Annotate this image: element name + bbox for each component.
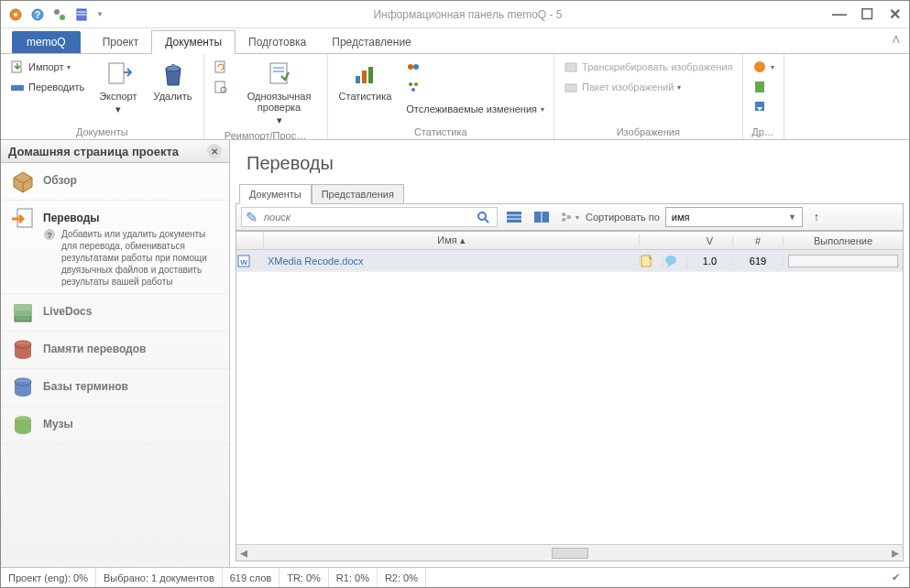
delete-label: Удалить [154, 91, 192, 102]
reimport-btn1[interactable] [210, 58, 232, 76]
monolingual-button[interactable]: Одноязычная проверка ▾ [237, 58, 322, 128]
search-box[interactable]: ✎ [241, 207, 498, 227]
ribbon-group-stats: Статистика Отслеживаемые изменения ▾ Ста… [328, 54, 555, 139]
horizontal-scrollbar[interactable]: ◂ ▸ [236, 544, 903, 561]
transcribe-label: Транскрибировать изображения [582, 61, 732, 72]
sidebar-header: Домашняя страница проекта ✕ [1, 140, 229, 163]
settings-icon[interactable] [52, 7, 67, 22]
nav-label-tm: Памяти переводов [43, 337, 146, 355]
svg-rect-31 [755, 82, 764, 93]
sidebar-title: Домашняя страница проекта [8, 145, 179, 158]
col-hash[interactable]: # [733, 235, 784, 246]
tab-documents[interactable]: Документы [151, 30, 236, 54]
export-button[interactable]: Экспорт ▾ [93, 58, 142, 117]
sort-value: имя [672, 212, 690, 223]
group-label-images: Изображения [560, 125, 736, 139]
status-r1: R1: 0% [329, 568, 378, 587]
subtab-documents[interactable]: Документы [239, 184, 312, 204]
sidebar-item-muses[interactable]: Музы [1, 407, 229, 444]
sidebar: Домашняя страница проекта ✕ Обзор Перево… [1, 140, 230, 567]
other-btn1[interactable]: ▾ [749, 58, 778, 76]
nav-desc-translations: Добавить или удалить документы для перев… [61, 228, 220, 288]
status-selected: Выбрано: 1 документов [96, 568, 223, 587]
other-btn3[interactable] [749, 98, 778, 116]
svg-point-25 [409, 82, 412, 86]
maximize-button[interactable]: ☐ [860, 7, 874, 22]
svg-point-24 [413, 64, 419, 70]
nav-label-muses: Музы [43, 412, 73, 430]
table-row[interactable]: W XMedia Recode.docx 1.0 619 [236, 250, 903, 272]
preview-icon [214, 80, 228, 94]
document-arrow-icon [10, 206, 36, 232]
ribbon-group-other: ▾ Др… [743, 54, 784, 139]
qat-dropdown[interactable]: ▼ [96, 10, 104, 18]
svg-rect-38 [15, 310, 31, 316]
tab-project[interactable]: Проект [90, 31, 152, 53]
status-bar: Проект (eng): 0% Выбрано: 1 документов 6… [1, 567, 909, 587]
note-icon[interactable] [640, 254, 663, 268]
tracked-changes-button[interactable]: Отслеживаемые изменения ▾ [402, 102, 548, 116]
box-icon [10, 169, 36, 194]
reimport-icon [214, 60, 228, 74]
sidebar-item-tm[interactable]: Памяти переводов [1, 332, 229, 369]
search-input[interactable] [260, 212, 477, 223]
tab-app[interactable]: memoQ [12, 31, 81, 53]
notebook-icon[interactable] [74, 7, 89, 22]
translate-icon [10, 80, 25, 94]
comment-icon[interactable] [663, 254, 687, 268]
search-icon[interactable] [477, 211, 497, 223]
stats-button[interactable]: Статистика [334, 58, 398, 103]
tab-preparation[interactable]: Подготовка [236, 31, 319, 53]
sidebar-item-livedocs[interactable]: LiveDocs [1, 294, 229, 332]
status-r2: R2: 0% [378, 568, 426, 587]
globe-icon [752, 60, 767, 74]
sidebar-item-translations[interactable]: Переводы ? Добавить или удалить документ… [1, 201, 229, 294]
sidebar-close-icon[interactable]: ✕ [207, 144, 222, 158]
group-label-other: Др… [749, 125, 778, 139]
import-button[interactable]: Импорт ▾ [6, 58, 88, 76]
help-small-icon: ? [43, 228, 56, 241]
edit-icon: ✎ [242, 209, 260, 226]
nav-label-overview: Обзор [43, 169, 77, 187]
transcribe-images-button: Транскрибировать изображения [560, 58, 736, 76]
ribbon-group-documents: Импорт ▾ Переводить Экспорт ▾ Удалить До… [1, 54, 204, 139]
col-v[interactable]: V [687, 235, 733, 246]
svg-rect-13 [171, 64, 175, 67]
help-icon[interactable]: ? [30, 7, 45, 22]
quick-access-toolbar: ? ▼ [8, 7, 104, 22]
ribbon-collapse-icon[interactable]: ᐱ [893, 34, 900, 46]
track2-button[interactable] [402, 78, 548, 96]
package-icon [564, 80, 578, 94]
transcribe-icon [564, 60, 578, 74]
view-btn2[interactable] [531, 207, 553, 227]
close-button[interactable]: ✕ [887, 7, 902, 22]
reimport-btn2[interactable] [210, 78, 232, 96]
sort-select[interactable]: имя ▼ [665, 207, 803, 227]
col-progress[interactable]: Выполнение [784, 235, 903, 246]
doc-toolbar: ✎ ▾ Сортировать по имя ▼ ↑ [236, 203, 904, 231]
tab-view[interactable]: Представление [319, 31, 424, 53]
view-btn1[interactable] [503, 207, 525, 227]
nav-label-livedocs: LiveDocs [43, 299, 92, 318]
structure-btn[interactable]: ▾ [558, 207, 580, 227]
sidebar-item-overview[interactable]: Обзор [1, 163, 229, 201]
col-name[interactable]: Имя ▴ [264, 234, 640, 246]
track1-button[interactable] [402, 58, 548, 76]
svg-rect-46 [507, 212, 521, 223]
monolingual-label: Одноязычная проверка [243, 91, 316, 113]
other-btn2[interactable] [749, 78, 778, 96]
status-check-icon: ✔ [892, 572, 909, 583]
minimize-button[interactable]: — [832, 7, 847, 22]
svg-text:W: W [240, 258, 247, 267]
subtab-views[interactable]: Представления [312, 184, 404, 204]
translate-button[interactable]: Переводить [6, 78, 88, 96]
ribbon-tabs: memoQ Проект Документы Подготовка Предст… [1, 28, 909, 54]
sidebar-item-tb[interactable]: Базы терминов [1, 369, 229, 407]
delete-button[interactable]: Удалить [148, 58, 198, 103]
stats-label: Статистика [339, 91, 392, 102]
group-label-stats: Статистика [334, 125, 549, 139]
sort-direction-button[interactable]: ↑ [808, 211, 825, 223]
document-grid: Имя ▴ V # Выполнение W XMedia Recode.doc… [236, 231, 904, 561]
svg-point-44 [478, 212, 486, 220]
image-package-button: Пакет изображений ▾ [560, 78, 736, 96]
